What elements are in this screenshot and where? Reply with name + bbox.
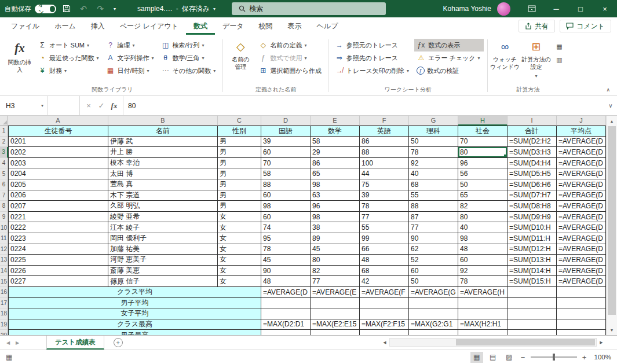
cell-G9[interactable]: 87 xyxy=(409,212,458,223)
page-break-view-button[interactable]: ▨ xyxy=(503,352,516,363)
cell-F3[interactable]: 88 xyxy=(360,147,409,158)
cell-A2[interactable]: 0201 xyxy=(8,137,108,148)
cell-E17[interactable] xyxy=(311,298,360,309)
add-sheet-button[interactable]: + xyxy=(114,338,123,347)
tab-help[interactable]: ヘルプ xyxy=(309,17,346,35)
cell-A19-merged[interactable]: クラス最高 xyxy=(8,319,261,330)
cell-J14[interactable]: =AVERAGE(D xyxy=(557,266,606,277)
cell-E19[interactable]: =MAX(E2:E15 xyxy=(311,319,360,330)
close-button[interactable]: × xyxy=(593,0,617,17)
formula-bar-splitter[interactable] xyxy=(48,96,80,115)
cell-J5[interactable]: =AVERAGE(D xyxy=(557,168,606,179)
cell-B7[interactable]: 木下 宗道 xyxy=(108,190,218,201)
calculate-now-button[interactable]: ▦ xyxy=(554,41,565,52)
tab-formulas[interactable]: 数式 xyxy=(186,17,215,35)
cell-H14[interactable]: 92 xyxy=(458,266,508,277)
column-header-E[interactable]: E xyxy=(311,116,360,126)
cell-B14[interactable]: 斎藤 美恵 xyxy=(108,266,218,277)
cell-E20[interactable] xyxy=(311,330,360,335)
cell-F14[interactable]: 68 xyxy=(360,266,409,277)
cell-A11[interactable]: 0223 xyxy=(8,233,108,244)
comments-button[interactable]: コメント xyxy=(560,20,611,32)
hscroll-thumb[interactable] xyxy=(456,339,595,345)
cell-D20[interactable] xyxy=(261,330,311,335)
cell-J6[interactable]: =AVERAGE(D xyxy=(557,179,606,190)
column-header-G[interactable]: G xyxy=(409,116,458,126)
row-header-8[interactable]: 8 xyxy=(0,201,8,212)
normal-view-button[interactable]: ▦ xyxy=(470,352,483,363)
cell-J18[interactable] xyxy=(557,308,606,319)
cell-H12[interactable]: 48 xyxy=(458,244,508,255)
cell-E3[interactable]: 29 xyxy=(311,147,360,158)
cell-B8[interactable]: 久部 明弘 xyxy=(108,201,218,212)
tab-page-layout[interactable]: ページ レイアウト xyxy=(112,17,186,35)
cell-G2[interactable]: 50 xyxy=(409,137,458,148)
cell-F20[interactable] xyxy=(360,330,409,335)
cell-C7[interactable]: 男 xyxy=(218,190,261,201)
cell-J16[interactable] xyxy=(557,287,606,298)
collapse-ribbon-button[interactable]: ∧ xyxy=(606,87,610,93)
cell-F10[interactable]: 55 xyxy=(360,222,409,233)
tab-file[interactable]: ファイル xyxy=(3,17,47,35)
cell-G13[interactable]: 52 xyxy=(409,255,458,266)
create-from-selection-button[interactable]: ⊞選択範囲から作成 xyxy=(256,64,325,77)
cell-E4[interactable]: 86 xyxy=(311,158,360,169)
cell-F19[interactable]: =MAX(F2:F15 xyxy=(360,319,409,330)
financial-button[interactable]: ¥財務▾ xyxy=(35,64,103,77)
cell-G15[interactable]: 50 xyxy=(409,276,458,287)
column-header-B[interactable]: B xyxy=(108,116,218,126)
cell-I1[interactable]: 合計 xyxy=(508,126,557,137)
cell-I19[interactable] xyxy=(508,319,557,330)
column-header-H[interactable]: H xyxy=(458,116,508,126)
zoom-in-button[interactable]: + xyxy=(581,353,589,362)
row-header-2[interactable]: 2 xyxy=(0,137,8,148)
cell-E18[interactable] xyxy=(311,308,360,319)
cell-J4[interactable]: =AVERAGE(D xyxy=(557,158,606,169)
cell-F15[interactable]: 42 xyxy=(360,276,409,287)
cell-G14[interactable]: 60 xyxy=(409,266,458,277)
cell-C5[interactable]: 男 xyxy=(218,168,261,179)
cell-C3[interactable]: 男 xyxy=(218,147,261,158)
column-header-A[interactable]: A xyxy=(8,116,108,126)
cell-A18-merged[interactable]: 女子平均 xyxy=(8,308,261,319)
row-header-6[interactable]: 6 xyxy=(0,179,8,190)
zoom-slider-thumb[interactable] xyxy=(553,354,555,361)
cell-I15[interactable]: =SUM(D15:H xyxy=(508,276,557,287)
row-header-7[interactable]: 7 xyxy=(0,190,8,201)
cell-I7[interactable]: =SUM(D7:H7 xyxy=(508,190,557,201)
cell-H11[interactable]: 98 xyxy=(458,233,508,244)
avatar[interactable] xyxy=(497,2,510,16)
cell-H7[interactable]: 65 xyxy=(458,190,508,201)
cell-D7[interactable]: 60 xyxy=(261,190,311,201)
cell-A7[interactable]: 0206 xyxy=(8,190,108,201)
cell-I12[interactable]: =SUM(D12:H xyxy=(508,244,557,255)
cell-A16-merged[interactable]: クラス平均 xyxy=(8,287,261,298)
scroll-up-icon[interactable]: ▲ xyxy=(607,116,617,126)
cell-G8[interactable]: 88 xyxy=(409,201,458,212)
row-header-12[interactable]: 12 xyxy=(0,244,8,255)
cell-I4[interactable]: =SUM(D4:H4 xyxy=(508,158,557,169)
cell-I20[interactable] xyxy=(508,330,557,335)
horizontal-scrollbar[interactable]: ◀ ▶ xyxy=(380,337,606,347)
calculation-options-button[interactable]: ⊞ 計算方法の設定 ▾ xyxy=(521,37,552,86)
lookup-reference-button[interactable]: ◫検索/行列▾ xyxy=(159,39,220,52)
cell-D5[interactable]: 58 xyxy=(261,168,311,179)
cell-H9[interactable]: 80 xyxy=(458,212,508,223)
status-indicator-icon[interactable]: ▦ xyxy=(6,353,12,361)
cell-E12[interactable]: 45 xyxy=(311,244,360,255)
logical-button[interactable]: ?論理▾ xyxy=(104,39,158,52)
cell-E7[interactable]: 63 xyxy=(311,190,360,201)
cell-G10[interactable]: 77 xyxy=(409,222,458,233)
sheet-nav-right-icon[interactable]: ▶ xyxy=(13,340,22,345)
cell-C15[interactable]: 女 xyxy=(218,276,261,287)
cell-I10[interactable]: =SUM(D10:H xyxy=(508,222,557,233)
more-functions-button[interactable]: ⋯その他の関数▾ xyxy=(159,64,220,77)
autosum-button[interactable]: Σオート SUM▾ xyxy=(35,39,103,52)
cell-J12[interactable]: =AVERAGE(D xyxy=(557,244,606,255)
cell-D12[interactable]: 78 xyxy=(261,244,311,255)
cell-B6[interactable]: 萱島 真 xyxy=(108,179,218,190)
cell-E8[interactable]: 96 xyxy=(311,201,360,212)
cell-H6[interactable]: 50 xyxy=(458,179,508,190)
cell-G19[interactable]: =MAX(G2:G1 xyxy=(409,319,458,330)
cell-D2[interactable]: 39 xyxy=(261,137,311,148)
